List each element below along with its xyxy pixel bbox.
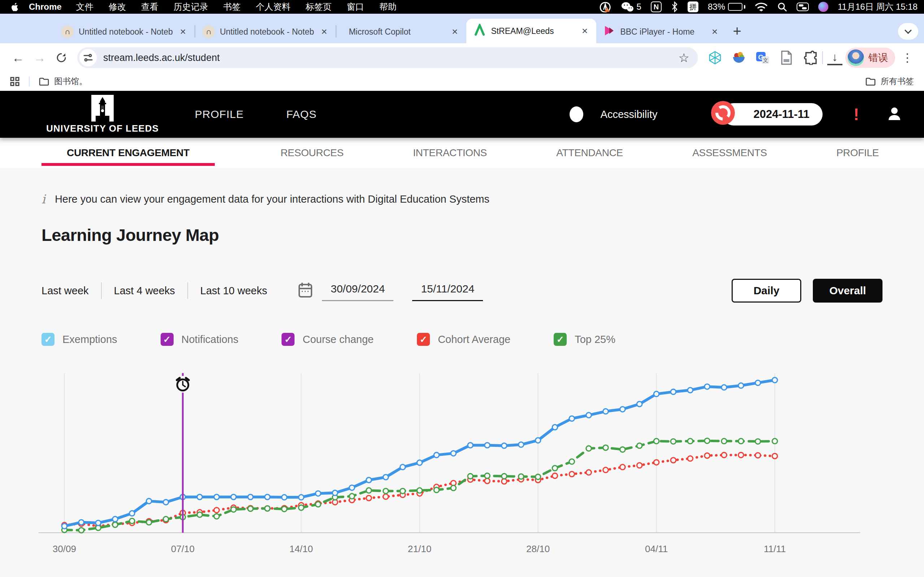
data-point[interactable] <box>129 518 135 523</box>
data-point[interactable] <box>146 520 151 525</box>
address-bar[interactable]: stream.leeds.ac.uk/student ☆ <box>77 47 698 68</box>
data-point[interactable] <box>383 494 388 499</box>
notion-icon[interactable]: N <box>651 2 662 12</box>
data-point[interactable] <box>518 442 523 447</box>
data-point[interactable] <box>451 451 456 456</box>
browser-tab-2[interactable]: Microsoft Copilot× <box>336 20 466 43</box>
subnav-tab-assessments[interactable]: ASSESSMENTS <box>689 138 771 168</box>
data-point[interactable] <box>620 464 625 469</box>
new-tab-button[interactable]: + <box>733 24 741 38</box>
data-point[interactable] <box>670 439 676 444</box>
data-point[interactable] <box>248 506 253 511</box>
data-point[interactable] <box>620 447 625 452</box>
data-point[interactable] <box>722 453 727 458</box>
data-point[interactable] <box>79 528 84 533</box>
data-point[interactable] <box>485 473 490 478</box>
menubar-menu-帮助[interactable]: 帮助 <box>380 1 397 13</box>
menubar-menu-修改[interactable]: 修改 <box>109 1 126 13</box>
data-point[interactable] <box>722 438 727 443</box>
tab-close-icon[interactable]: × <box>319 26 329 37</box>
apps-grid-button[interactable] <box>10 77 19 86</box>
data-point[interactable] <box>366 477 372 482</box>
legend-checkbox-exemptions[interactable]: ✓Exemptions <box>42 333 117 346</box>
checkbox-icon[interactable]: ✓ <box>554 333 567 346</box>
data-point[interactable] <box>586 446 591 451</box>
data-point[interactable] <box>620 407 625 412</box>
menubar-menu-查看[interactable]: 查看 <box>141 1 158 13</box>
data-point[interactable] <box>552 466 557 471</box>
wifi-icon[interactable] <box>755 2 768 12</box>
tab-search-button[interactable] <box>898 23 918 40</box>
extensions-puzzle-icon[interactable] <box>803 50 818 65</box>
menubar-menu-个人资料[interactable]: 个人资料 <box>256 1 291 13</box>
data-point[interactable] <box>315 501 320 507</box>
subnav-tab-profile[interactable]: PROFILE <box>833 138 882 168</box>
menubar-menu-历史记录[interactable]: 历史记录 <box>174 1 208 13</box>
battery-indicator[interactable]: 83% <box>708 2 745 12</box>
data-point[interactable] <box>586 413 591 417</box>
data-point[interactable] <box>434 487 439 492</box>
data-point[interactable] <box>468 474 473 479</box>
engagement-date-chip[interactable]: 2024-11-11 <box>723 103 822 126</box>
url-text[interactable]: stream.leeds.ac.uk/student <box>103 52 674 63</box>
data-point[interactable] <box>552 424 557 429</box>
tab-close-icon[interactable]: × <box>450 26 460 37</box>
data-point[interactable] <box>738 438 743 443</box>
data-point[interactable] <box>366 495 372 501</box>
data-point[interactable] <box>552 473 557 478</box>
app-badge-warning-icon[interactable] <box>599 1 611 13</box>
data-point[interactable] <box>502 479 507 484</box>
data-point[interactable] <box>197 512 202 517</box>
data-point[interactable] <box>163 516 168 521</box>
data-point[interactable] <box>738 453 743 458</box>
browser-tab-0[interactable]: ∩Untitled notebook - Noteb× <box>54 20 195 43</box>
data-point[interactable] <box>299 495 304 500</box>
data-point[interactable] <box>738 383 743 388</box>
data-point[interactable] <box>366 488 372 493</box>
wechat-icon[interactable]: 5 <box>621 2 641 12</box>
subnav-tab-current-engagement[interactable]: CURRENT ENGAGEMENT <box>42 138 215 168</box>
data-point[interactable] <box>485 478 490 483</box>
data-point[interactable] <box>248 495 253 500</box>
data-point[interactable] <box>197 495 202 500</box>
data-point[interactable] <box>637 401 642 406</box>
data-point[interactable] <box>670 458 676 463</box>
subnav-tab-resources[interactable]: RESOURCES <box>277 138 347 168</box>
data-point[interactable] <box>756 380 761 385</box>
alert-exclamation-icon[interactable]: ! <box>854 105 859 124</box>
data-point[interactable] <box>417 460 422 465</box>
data-point[interactable] <box>654 391 659 396</box>
subnav-tab-attendance[interactable]: ATTENDANCE <box>552 138 627 168</box>
all-bookmarks-button[interactable]: 所有书签 <box>866 76 914 87</box>
data-point[interactable] <box>231 507 236 512</box>
browser-tab-4[interactable]: BBC iPlayer - Home× <box>596 20 726 43</box>
bookmark-star-icon[interactable]: ☆ <box>674 50 695 65</box>
leeds-extension-icon[interactable] <box>708 50 723 65</box>
site-settings-icon[interactable] <box>79 49 97 66</box>
range-link-last-10-weeks[interactable]: Last 10 weeks <box>200 285 267 297</box>
control-center-icon[interactable] <box>796 3 809 11</box>
data-point[interactable] <box>349 494 354 499</box>
data-point[interactable] <box>231 495 236 500</box>
legend-checkbox-top-25[interactable]: ✓Top 25% <box>554 333 615 346</box>
bookmark-folder-library[interactable]: 图书馆。 <box>39 76 87 87</box>
header-nav-profile[interactable]: PROFILE <box>195 108 244 121</box>
legend-checkbox-cohort-average[interactable]: ✓Cohort Average <box>417 333 510 346</box>
fruit-bowl-extension-icon[interactable] <box>731 50 746 65</box>
data-point[interactable] <box>214 508 219 513</box>
tab-close-icon[interactable]: × <box>709 26 720 37</box>
data-point[interactable] <box>637 463 642 468</box>
data-point[interactable] <box>637 443 642 448</box>
data-point[interactable] <box>518 474 523 479</box>
date-from-input[interactable]: 30/09/2024 <box>322 280 393 301</box>
data-point[interactable] <box>96 521 101 525</box>
google-translate-icon[interactable]: G文 <box>755 50 770 65</box>
data-point[interactable] <box>434 453 439 458</box>
menubar-menu-标签页[interactable]: 标签页 <box>306 1 332 13</box>
data-point[interactable] <box>688 438 693 443</box>
data-point[interactable] <box>756 453 761 458</box>
data-point[interactable] <box>281 506 287 511</box>
apple-logo-icon[interactable] <box>10 2 19 11</box>
chart-svg[interactable]: 30/0907/1014/1021/1028/1004/1111/11 <box>37 369 864 565</box>
subnav-tab-interactions[interactable]: INTERACTIONS <box>409 138 491 168</box>
